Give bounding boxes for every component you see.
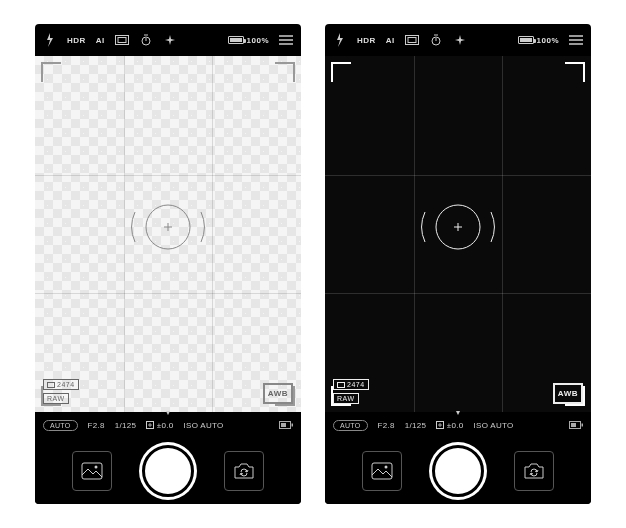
bottom-controls <box>35 438 301 504</box>
viewfinder[interactable]: 2474 RAW AWB <box>325 56 591 412</box>
svg-rect-18 <box>582 424 584 427</box>
flash-icon[interactable] <box>43 33 57 47</box>
svg-rect-4 <box>48 382 55 387</box>
shutter-button[interactable] <box>142 445 194 497</box>
frame-corner-icon <box>275 62 295 82</box>
capture-info: 2474 RAW <box>43 379 79 404</box>
switch-camera-button[interactable] <box>514 451 554 491</box>
mode-indicator-tick-icon: ▾ <box>456 408 460 417</box>
iso-value[interactable]: ISO AUTO <box>184 421 224 430</box>
svg-point-10 <box>95 466 98 469</box>
hdr-toggle[interactable]: HDR <box>67 36 86 45</box>
battery-indicator: 100% <box>228 36 269 45</box>
mode-pill[interactable]: AUTO <box>333 420 368 431</box>
svg-point-3 <box>146 205 190 249</box>
focus-reticle-icon <box>123 182 213 272</box>
photo-count-badge: 2474 <box>43 379 79 390</box>
ev-value[interactable]: ±0.0 <box>146 421 173 430</box>
ai-toggle[interactable]: AI <box>386 36 395 45</box>
raw-badge: RAW <box>43 393 69 404</box>
storage-icon <box>569 421 583 429</box>
effects-icon[interactable] <box>163 33 177 47</box>
switch-camera-button[interactable] <box>224 451 264 491</box>
frame-corner-icon <box>331 62 351 82</box>
top-toolbar: HDR AI 100% <box>325 24 591 56</box>
focus-reticle-icon <box>413 182 503 272</box>
bottom-controls <box>325 438 591 504</box>
storage-icon <box>279 421 293 429</box>
svg-rect-9 <box>82 463 102 479</box>
menu-icon[interactable] <box>569 33 583 47</box>
aspect-ratio-icon[interactable] <box>115 33 129 47</box>
svg-rect-7 <box>292 424 294 427</box>
raw-badge: RAW <box>333 393 359 404</box>
shutter-button[interactable] <box>432 445 484 497</box>
photo-count-badge: 2474 <box>333 379 369 390</box>
svg-rect-1 <box>118 38 126 43</box>
battery-percent: 100% <box>247 36 269 45</box>
exposure-settings-bar: ▾ AUTO F2.8 1/125 ±0.0 ISO AUTO <box>35 412 301 438</box>
shutter-speed-value[interactable]: 1/125 <box>405 421 427 430</box>
svg-point-14 <box>436 205 480 249</box>
awb-badge[interactable]: AWB <box>553 383 583 404</box>
timer-icon[interactable] <box>139 33 153 47</box>
exposure-settings-bar: ▾ AUTO F2.8 1/125 ±0.0 ISO AUTO <box>325 412 591 438</box>
top-toolbar: HDR AI 100% <box>35 24 301 56</box>
svg-rect-19 <box>571 423 576 427</box>
svg-rect-20 <box>372 463 392 479</box>
awb-badge[interactable]: AWB <box>263 383 293 404</box>
frame-corner-icon <box>41 62 61 82</box>
ai-toggle[interactable]: AI <box>96 36 105 45</box>
timer-icon[interactable] <box>429 33 443 47</box>
menu-icon[interactable] <box>279 33 293 47</box>
gallery-button[interactable] <box>362 451 402 491</box>
iso-value[interactable]: ISO AUTO <box>474 421 514 430</box>
battery-percent: 100% <box>537 36 559 45</box>
shutter-speed-value[interactable]: 1/125 <box>115 421 137 430</box>
capture-info: 2474 RAW <box>333 379 369 404</box>
mode-pill[interactable]: AUTO <box>43 420 78 431</box>
ev-value[interactable]: ±0.0 <box>436 421 463 430</box>
svg-rect-15 <box>338 382 345 387</box>
gallery-button[interactable] <box>72 451 112 491</box>
aspect-ratio-icon[interactable] <box>405 33 419 47</box>
svg-rect-8 <box>281 423 286 427</box>
viewfinder[interactable]: 2474 RAW AWB <box>35 56 301 412</box>
flash-icon[interactable] <box>333 33 347 47</box>
frame-corner-icon <box>565 62 585 82</box>
svg-point-21 <box>385 466 388 469</box>
camera-ui-dark-variant: HDR AI 100% <box>325 24 591 504</box>
aperture-value[interactable]: F2.8 <box>378 421 395 430</box>
battery-indicator: 100% <box>518 36 559 45</box>
effects-icon[interactable] <box>453 33 467 47</box>
mode-indicator-tick-icon: ▾ <box>166 408 170 417</box>
svg-rect-12 <box>408 38 416 43</box>
svg-rect-0 <box>115 36 128 45</box>
camera-ui-light-variant: HDR AI 100% <box>35 24 301 504</box>
aperture-value[interactable]: F2.8 <box>88 421 105 430</box>
hdr-toggle[interactable]: HDR <box>357 36 376 45</box>
svg-rect-11 <box>405 36 418 45</box>
